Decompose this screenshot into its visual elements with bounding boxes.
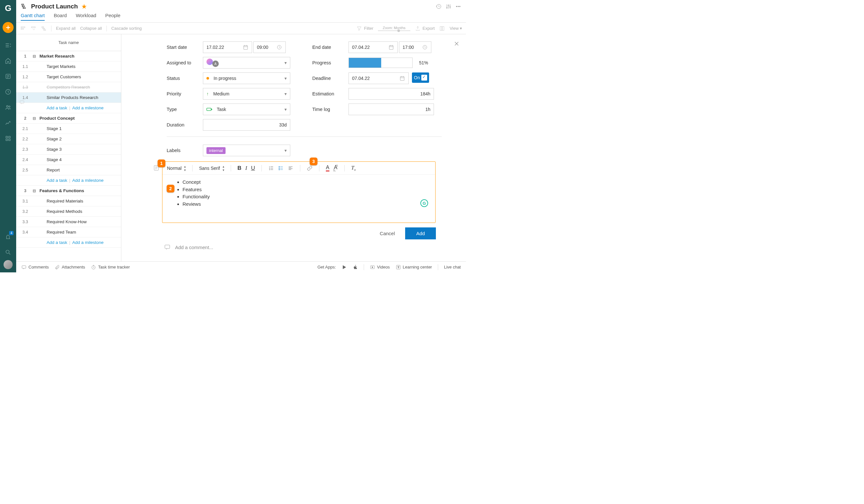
clear-format-icon[interactable]: Tx [351,165,356,171]
editor-content[interactable]: ConceptFeaturesFunctionalityReviews G [163,175,435,212]
task-row[interactable]: 2.5Report [16,165,121,175]
task-type-icon [206,107,212,112]
task-row[interactable]: 1.1Target Markets [16,61,121,72]
svg-point-36 [279,168,279,168]
task-row[interactable]: 2.3Stage 3 [16,144,121,155]
nav-search-icon[interactable] [0,244,16,260]
tab-board[interactable]: Board [54,13,67,20]
add-button[interactable]: Add [405,227,436,239]
svg-point-8 [6,250,9,253]
nav-clock-icon[interactable] [0,84,16,100]
nav-list-icon[interactable] [0,69,16,84]
clock-icon [422,44,428,50]
expand-all[interactable]: Expand all [56,26,76,31]
more-icon[interactable] [455,3,461,10]
add-task-row[interactable]: Add a task|Add a milestone [16,175,121,186]
cascade-sorting[interactable]: Cascade sorting [111,26,142,31]
grammarly-icon[interactable]: G [420,199,428,207]
task-row[interactable]: 1.2Target Customers [16,72,121,82]
settings-sliders-icon[interactable] [445,3,452,10]
format-select[interactable]: Normal ▴▾ [167,165,186,172]
status-label: Status [167,76,203,81]
priority-select[interactable]: ↑Medium ▾ [203,88,290,100]
type-select[interactable]: Task ▾ [203,104,290,115]
italic-icon[interactable]: I [245,165,247,171]
user-avatar[interactable] [3,260,13,269]
export-button[interactable]: Export [415,26,435,32]
svg-rect-38 [165,245,170,249]
history-icon[interactable] [435,3,442,10]
text-color-icon[interactable]: A [326,165,329,171]
svg-rect-20 [21,28,24,29]
add-task-row[interactable]: Add a task|Add a milestone [16,238,121,248]
footer-time-tracker[interactable]: Task time tracker [91,265,130,270]
footer-comments[interactable]: Comments [21,265,49,270]
add-button[interactable] [3,22,14,33]
nav-home-icon[interactable] [0,53,16,69]
footer-attachments[interactable]: Attachments [55,265,85,270]
add-task-row[interactable]: Add a task|Add a milestone [16,103,121,113]
align-icon[interactable] [288,165,293,171]
zoom-control[interactable]: Zoom: Months [378,26,410,31]
task-row[interactable]: 3.1Required Materials [16,196,121,206]
tb-icon-3[interactable] [41,26,47,32]
task-group-row[interactable]: 2⊟Product Concept [16,113,121,123]
task-group-row[interactable]: 3⊟Features & Functions [16,186,121,196]
estimation-input[interactable]: 184h [348,88,434,100]
cancel-button[interactable]: Cancel [373,227,401,239]
footer-live-chat[interactable]: Live chat [444,265,461,269]
svg-rect-22 [42,26,44,27]
task-row[interactable]: 3.4Required Team [16,227,121,238]
font-select[interactable]: Sans Serif ▴▾ [199,165,224,172]
star-icon[interactable]: ★ [81,3,87,10]
task-row[interactable]: 1.3Competitors Research [16,82,121,93]
end-time-input[interactable]: 17:00 [399,41,431,53]
tb-icon-1[interactable] [20,26,26,32]
view-button[interactable]: View ▾ [449,26,462,31]
ordered-list-icon[interactable] [268,165,274,171]
footer-videos[interactable]: Videos [370,265,390,270]
tab-people[interactable]: People [105,13,120,20]
deadline-input[interactable]: 07.04.22 [348,72,409,84]
status-select[interactable]: In progress ▾ [203,72,290,84]
highlight-icon[interactable]: A [333,165,338,171]
task-row[interactable]: 3.2Required Methods [16,206,121,217]
timelog-input[interactable]: 1h [348,104,434,115]
bold-icon[interactable]: B [238,165,241,171]
nav-notifications-icon[interactable]: 4 [0,229,16,244]
task-row[interactable]: 2.1Stage 1 [16,123,121,134]
assigned-select[interactable]: A ▾ [203,57,290,69]
duration-input[interactable]: 33d [203,119,290,131]
collapse-all[interactable]: Collapse all [80,26,102,31]
svg-rect-23 [43,28,45,29]
filter-button[interactable]: Filter [356,26,373,32]
tab-workload[interactable]: Workload [76,13,96,20]
nav-tasks-icon[interactable] [0,37,16,53]
task-group-row[interactable]: 1⊟Market Research [16,51,121,61]
tb-icon-split[interactable] [439,26,445,32]
google-play-icon[interactable] [342,265,347,270]
task-row[interactable]: 2.4Stage 4 [16,155,121,165]
end-date-input[interactable]: 07.04.22 [348,41,398,53]
apple-icon[interactable] [353,265,358,270]
start-time-input[interactable]: 09:00 [253,41,286,53]
start-date-input[interactable]: 17.02.22 [203,41,252,53]
task-row[interactable]: 3.3Required Know-How [16,217,121,227]
nav-chart-icon[interactable] [0,115,16,131]
underline-icon[interactable]: U [251,165,255,171]
close-icon[interactable] [454,41,459,47]
task-row[interactable]: 2.2Stage 2 [16,134,121,144]
nav-people-icon[interactable] [0,100,16,115]
comment-input[interactable]: Add a comment... [164,239,458,255]
tb-icon-2[interactable] [31,26,36,32]
footer-learning[interactable]: ? Learning center [396,265,432,270]
deadline-toggle[interactable]: On [412,72,429,83]
description-editor[interactable]: Normal ▴▾ Sans Serif ▴▾ B I [162,161,435,223]
link-icon[interactable] [307,165,313,171]
bullet-list-icon[interactable] [278,165,284,171]
tab-gantt[interactable]: Gantt chart [21,13,45,21]
progress-bar[interactable] [348,58,412,68]
nav-apps-icon[interactable] [0,131,16,146]
task-row[interactable]: 1.4Similar Products Research [16,93,121,103]
labels-select[interactable]: internal ▾ [203,145,290,156]
